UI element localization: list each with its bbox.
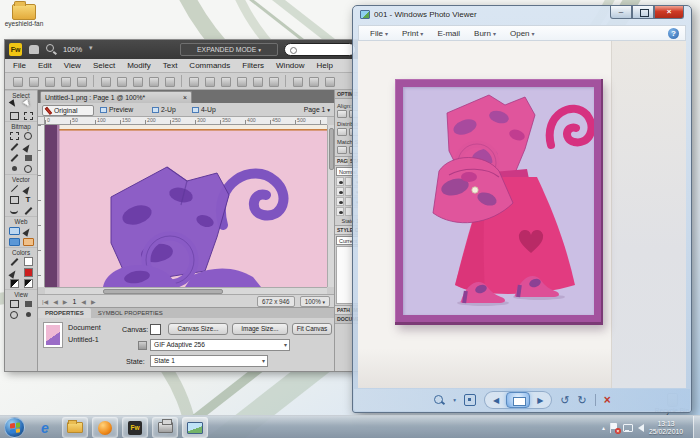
menu-select[interactable]: Select bbox=[93, 61, 115, 70]
menu-email[interactable]: E-mail bbox=[432, 28, 465, 39]
tab-preview[interactable]: Preview bbox=[98, 105, 146, 116]
help-icon[interactable]: ? bbox=[668, 28, 679, 39]
previous-page-icon[interactable]: ◀ bbox=[81, 298, 86, 305]
hotspot-tool-icon[interactable] bbox=[7, 225, 21, 236]
minimize-button[interactable]: – bbox=[610, 6, 632, 19]
zoom-icon[interactable] bbox=[433, 394, 445, 406]
rectangle-tool-icon[interactable] bbox=[7, 194, 21, 205]
network-icon[interactable] bbox=[623, 423, 633, 432]
brush-tool-icon[interactable] bbox=[21, 141, 35, 152]
eye-icon[interactable] bbox=[336, 177, 344, 186]
save-icon[interactable] bbox=[27, 75, 40, 88]
combine-paths-icon[interactable] bbox=[267, 75, 280, 88]
delete-button[interactable]: × bbox=[604, 395, 611, 405]
next-button[interactable]: ▶ bbox=[537, 396, 543, 405]
export-icon[interactable] bbox=[75, 75, 88, 88]
horizontal-scrollbar[interactable] bbox=[45, 287, 327, 294]
chevron-down-icon[interactable]: ▾ bbox=[453, 397, 456, 403]
tab-original[interactable]: Original bbox=[42, 105, 94, 116]
tab-properties[interactable]: PROPERTIES bbox=[38, 308, 91, 318]
photo-viewer-title-bar[interactable]: 001 - Windows Photo Viewer – × bbox=[353, 6, 691, 24]
align-icon[interactable] bbox=[251, 75, 264, 88]
fireworks-canvas[interactable] bbox=[45, 125, 327, 287]
zoom-tool-icon[interactable] bbox=[21, 309, 35, 320]
tab-2up[interactable]: 2-Up bbox=[150, 105, 186, 116]
import-icon[interactable] bbox=[59, 75, 72, 88]
fill-color-icon[interactable] bbox=[291, 75, 304, 88]
menu-view[interactable]: View bbox=[64, 61, 81, 70]
taskbar-explorer-button[interactable] bbox=[62, 417, 88, 438]
match-width-button[interactable] bbox=[337, 146, 347, 154]
hand-tool-icon[interactable] bbox=[29, 45, 39, 54]
tab-symbol-properties[interactable]: SYMBOL PROPERTIES bbox=[91, 308, 170, 318]
magic-wand-tool-icon[interactable] bbox=[7, 141, 21, 152]
scale-tool-icon[interactable] bbox=[7, 110, 21, 121]
swap-colors-icon[interactable] bbox=[21, 278, 35, 289]
taskbar-ie-button[interactable]: e bbox=[32, 417, 58, 438]
menu-window[interactable]: Window bbox=[276, 61, 304, 70]
rotate-clockwise-button[interactable]: ↻ bbox=[578, 395, 587, 405]
taskbar-clock[interactable]: 13:13 25/02/2010 bbox=[649, 420, 683, 436]
new-document-icon[interactable] bbox=[11, 75, 24, 88]
path-panel-tab[interactable]: PATH bbox=[335, 306, 350, 314]
next-state-icon[interactable]: ▶ bbox=[63, 298, 68, 305]
state-select[interactable]: State 1 bbox=[150, 355, 268, 367]
print-icon[interactable] bbox=[43, 75, 56, 88]
fireworks-app-bar[interactable]: Fw 100% ▾ EXPANDED MODE ▾ bbox=[5, 40, 362, 59]
document-tab[interactable]: Untitled-1.png : Page 1 @ 100%* × bbox=[40, 91, 192, 103]
menu-print[interactable]: Print▾ bbox=[397, 28, 428, 39]
paste-icon[interactable] bbox=[163, 75, 176, 88]
align-left-button[interactable] bbox=[337, 110, 347, 118]
chevron-down-icon[interactable]: ▾ bbox=[89, 44, 93, 52]
subselection-tool-icon[interactable] bbox=[21, 99, 35, 110]
rubber-stamp-tool-icon[interactable] bbox=[21, 163, 35, 174]
menu-file[interactable]: File▾ bbox=[365, 28, 393, 39]
slice-tool-icon[interactable] bbox=[7, 236, 21, 247]
pointer-tool-icon[interactable] bbox=[7, 99, 21, 110]
vertical-scrollbar[interactable] bbox=[327, 125, 334, 287]
menu-file[interactable]: File bbox=[13, 61, 26, 70]
marquee-tool-icon[interactable] bbox=[7, 130, 21, 141]
taskbar-fireworks-button[interactable]: Fw bbox=[122, 417, 148, 438]
close-icon[interactable]: × bbox=[183, 92, 187, 103]
start-button[interactable] bbox=[4, 417, 25, 438]
eye-icon[interactable] bbox=[336, 187, 344, 196]
distribute-widths-button[interactable] bbox=[337, 128, 347, 136]
taskbar-media-button[interactable] bbox=[92, 417, 118, 438]
paint-bucket-icon[interactable] bbox=[7, 267, 21, 278]
zoom-level-select[interactable]: 100% ▾ bbox=[300, 296, 330, 307]
freeform-tool-icon[interactable] bbox=[7, 205, 21, 216]
eye-icon[interactable] bbox=[336, 207, 344, 216]
canvas-size-button[interactable]: Canvas Size... bbox=[168, 323, 228, 335]
line-tool-icon[interactable] bbox=[7, 183, 21, 194]
close-button[interactable]: × bbox=[654, 6, 684, 19]
pages-panel-tab[interactable]: PAGES bbox=[335, 157, 348, 165]
show-desktop-button[interactable] bbox=[693, 416, 700, 438]
first-state-icon[interactable]: |◀ bbox=[42, 298, 48, 305]
menu-burn[interactable]: Burn▾ bbox=[469, 28, 501, 39]
maximize-button[interactable] bbox=[632, 6, 654, 19]
fit-canvas-button[interactable]: Fit Canvas bbox=[292, 323, 332, 335]
previous-state-icon[interactable]: ◀ bbox=[53, 298, 58, 305]
desktop-folder-icon[interactable]: eyeshield-fan bbox=[4, 4, 44, 27]
menu-open[interactable]: Open▾ bbox=[505, 28, 540, 39]
eye-icon[interactable] bbox=[336, 197, 344, 206]
image-size-button[interactable]: Image Size... bbox=[232, 323, 288, 335]
text-tool-icon[interactable] bbox=[21, 194, 35, 205]
group-icon[interactable] bbox=[187, 75, 200, 88]
effects-icon[interactable] bbox=[323, 75, 336, 88]
page-selector[interactable]: Page 1 ▾ bbox=[304, 106, 330, 113]
actual-size-icon[interactable] bbox=[464, 394, 476, 406]
previous-button[interactable]: ◀ bbox=[493, 396, 499, 405]
slideshow-button[interactable] bbox=[506, 392, 530, 408]
volume-icon[interactable] bbox=[638, 424, 644, 432]
zoom-tool-icon[interactable] bbox=[46, 44, 54, 52]
redo-icon[interactable] bbox=[115, 75, 128, 88]
menu-commands[interactable]: Commands bbox=[189, 61, 230, 70]
full-screen-icon[interactable] bbox=[21, 298, 35, 309]
cut-icon[interactable] bbox=[131, 75, 144, 88]
polygon-slice-tool-icon[interactable] bbox=[21, 225, 35, 236]
crop-tool-icon[interactable] bbox=[21, 110, 35, 121]
menu-help[interactable]: Help bbox=[317, 61, 333, 70]
hide-slices-icon[interactable] bbox=[21, 236, 35, 247]
